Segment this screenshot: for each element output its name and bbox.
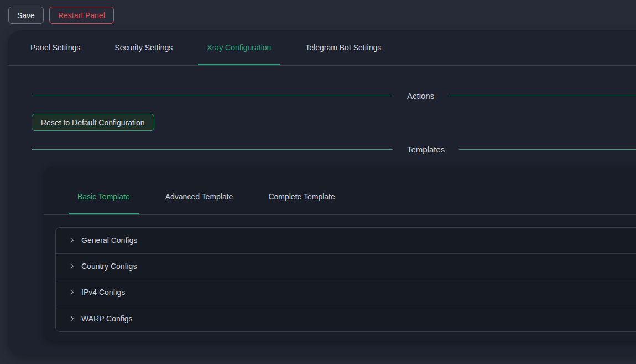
collapse-section-ipv4-configs[interactable]: IPv4 Configs [56, 279, 636, 305]
collapse-section-label: General Configs [81, 236, 137, 245]
collapse-section-warp-configs[interactable]: WARP Configs [56, 305, 636, 331]
chevron-right-icon [68, 262, 76, 270]
actions-divider-label: Actions [407, 91, 434, 101]
divider-line [449, 96, 636, 96]
template-tab-bar: Basic Template Advanced Template Complet… [44, 180, 636, 215]
templates-card: Basic Template Advanced Template Complet… [44, 166, 636, 341]
collapse-section-country-configs[interactable]: Country Configs [56, 254, 636, 279]
collapse-section-label: WARP Configs [81, 314, 133, 323]
restart-panel-button[interactable]: Restart Panel [49, 7, 114, 24]
templates-divider-label: Templates [407, 145, 445, 154]
tab-basic-template[interactable]: Basic Template [69, 180, 139, 214]
actions-divider: Actions [32, 89, 636, 102]
chevron-right-icon [68, 236, 76, 244]
divider-line [459, 149, 636, 150]
chevron-right-icon [68, 288, 76, 296]
tab-advanced-template[interactable]: Advanced Template [157, 180, 242, 214]
settings-tab-bar: Panel Settings Security Settings Xray Co… [8, 30, 636, 66]
config-collapse-list: General Configs Country Configs IPv4 Con… [55, 227, 636, 332]
save-button[interactable]: Save [8, 7, 44, 24]
xray-configuration-panel: Actions Reset to Default Configuration T… [8, 89, 636, 341]
tab-xray-configuration[interactable]: Xray Configuration [198, 30, 280, 65]
templates-divider: Templates [32, 143, 636, 155]
tab-security-settings[interactable]: Security Settings [106, 30, 181, 65]
toolbar: Save Restart Panel [0, 0, 636, 24]
collapse-section-general-configs[interactable]: General Configs [56, 228, 636, 254]
divider-line [32, 149, 393, 150]
chevron-right-icon [68, 315, 76, 323]
tab-panel-settings[interactable]: Panel Settings [22, 30, 89, 65]
reset-default-configuration-button[interactable]: Reset to Default Configuration [32, 114, 154, 131]
collapse-section-label: IPv4 Configs [81, 288, 125, 297]
collapse-section-label: Country Configs [81, 262, 137, 271]
tab-telegram-bot-settings[interactable]: Telegram Bot Settings [296, 30, 390, 65]
tab-complete-template[interactable]: Complete Template [259, 180, 343, 214]
settings-card: Panel Settings Security Settings Xray Co… [8, 30, 636, 355]
divider-line [32, 96, 393, 96]
